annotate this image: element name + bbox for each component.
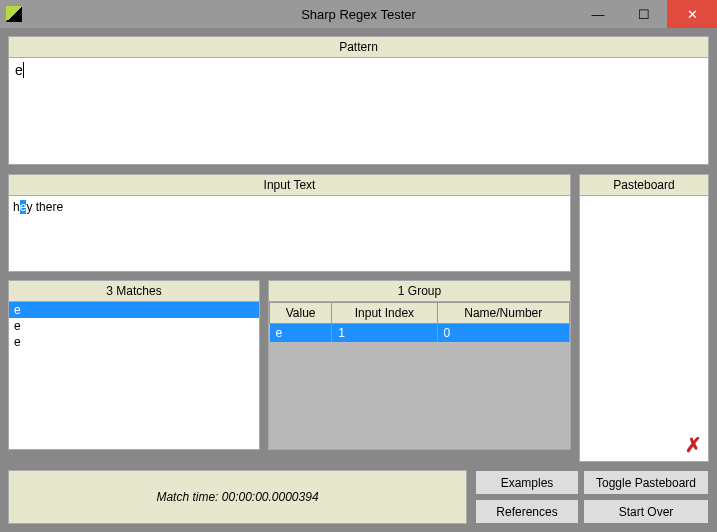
- close-button[interactable]: ✕: [667, 0, 717, 28]
- input-text-area[interactable]: hey there: [8, 195, 571, 272]
- groups-header: 1 Group: [268, 280, 571, 301]
- pattern-input[interactable]: e: [8, 57, 709, 165]
- cell-name: 0: [437, 324, 569, 343]
- app-icon: [6, 6, 22, 22]
- content: Pattern e Input Text hey there 3 Matches…: [0, 28, 717, 532]
- cell-index: 1: [332, 324, 437, 343]
- match-item[interactable]: e: [9, 302, 259, 318]
- col-input-index[interactable]: Input Index: [332, 303, 437, 324]
- input-text-panel: Input Text hey there: [8, 174, 571, 272]
- minimize-button[interactable]: —: [575, 0, 621, 28]
- titlebar: Sharp Regex Tester — ☐ ✕: [0, 0, 717, 28]
- window-controls: — ☐ ✕: [575, 0, 717, 28]
- clear-pasteboard-icon[interactable]: ✗: [685, 433, 702, 457]
- start-over-button[interactable]: Start Over: [583, 499, 709, 524]
- toggle-pasteboard-button[interactable]: Toggle Pasteboard: [583, 470, 709, 495]
- matches-header: 3 Matches: [8, 280, 260, 301]
- groups-panel: 1 Group Value Input Index Name/Number e …: [268, 280, 571, 450]
- input-text-header: Input Text: [8, 174, 571, 195]
- groups-table-wrap: Value Input Index Name/Number e 1 0: [268, 301, 571, 450]
- table-row[interactable]: e 1 0: [270, 324, 570, 343]
- match-item[interactable]: e: [9, 334, 259, 350]
- pasteboard-body[interactable]: ✗: [579, 195, 709, 462]
- match-item[interactable]: e: [9, 318, 259, 334]
- button-grid: Examples Toggle Pasteboard References St…: [475, 470, 709, 524]
- status-text: Match time: 00:00:00.0000394: [156, 490, 318, 504]
- pasteboard-header: Pasteboard: [579, 174, 709, 195]
- footer: Match time: 00:00:00.0000394 Examples To…: [8, 470, 709, 524]
- col-name-number[interactable]: Name/Number: [437, 303, 569, 324]
- maximize-button[interactable]: ☐: [621, 0, 667, 28]
- cell-value: e: [270, 324, 332, 343]
- input-suffix: y there: [26, 200, 63, 214]
- pattern-value: e: [15, 62, 24, 78]
- status-bar: Match time: 00:00:00.0000394: [8, 470, 467, 524]
- input-prefix: h: [13, 200, 20, 214]
- matches-panel: 3 Matches e e e: [8, 280, 260, 450]
- pasteboard-panel: Pasteboard ✗: [579, 174, 709, 462]
- examples-button[interactable]: Examples: [475, 470, 579, 495]
- pattern-header: Pattern: [8, 36, 709, 57]
- pattern-panel: Pattern e: [8, 36, 709, 166]
- matches-list[interactable]: e e e: [8, 301, 260, 450]
- table-header-row: Value Input Index Name/Number: [270, 303, 570, 324]
- references-button[interactable]: References: [475, 499, 579, 524]
- groups-table[interactable]: Value Input Index Name/Number e 1 0: [269, 302, 570, 342]
- col-value[interactable]: Value: [270, 303, 332, 324]
